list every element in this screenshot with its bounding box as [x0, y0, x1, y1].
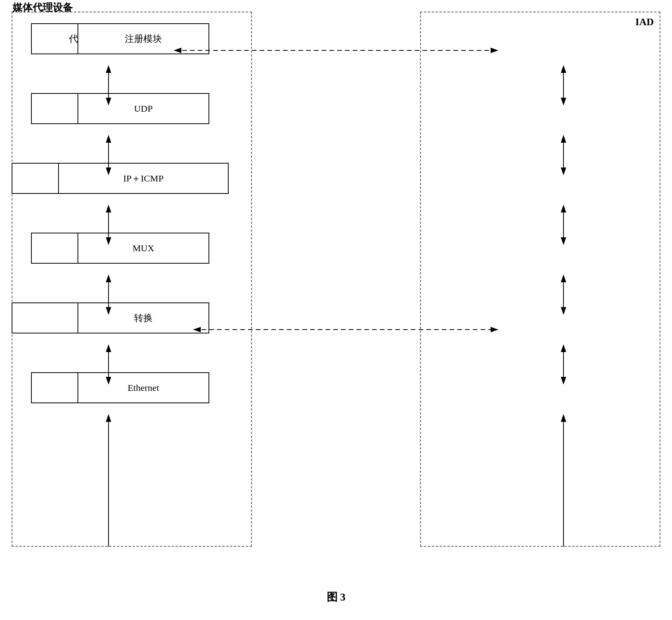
right-ip-icmp-label: IP＋ICMP [123, 172, 164, 185]
right-reg-module-label: 注册模块 [125, 33, 162, 45]
right-ethernet-label: Ethernet [128, 383, 159, 393]
figure-caption: 图 3 [327, 590, 346, 604]
right-mux-box: MUX [78, 233, 209, 264]
left-panel: 媒体代理设备 [12, 12, 252, 547]
right-convert-label: 转换 [134, 312, 153, 324]
right-panel-label: IAD [635, 16, 654, 28]
right-panel: IAD [420, 12, 660, 547]
left-panel-label: 媒体代理设备 [12, 1, 73, 14]
right-ethernet-box: Ethernet [78, 372, 209, 403]
right-ip-icmp-box: IP＋ICMP [58, 163, 229, 194]
right-reg-module-box: 注册模块 [78, 23, 209, 54]
right-mux-label: MUX [133, 243, 154, 254]
right-convert-box: 转换 [78, 302, 209, 333]
right-udp-label: UDP [134, 104, 153, 114]
right-udp-box: UDP [78, 93, 209, 124]
